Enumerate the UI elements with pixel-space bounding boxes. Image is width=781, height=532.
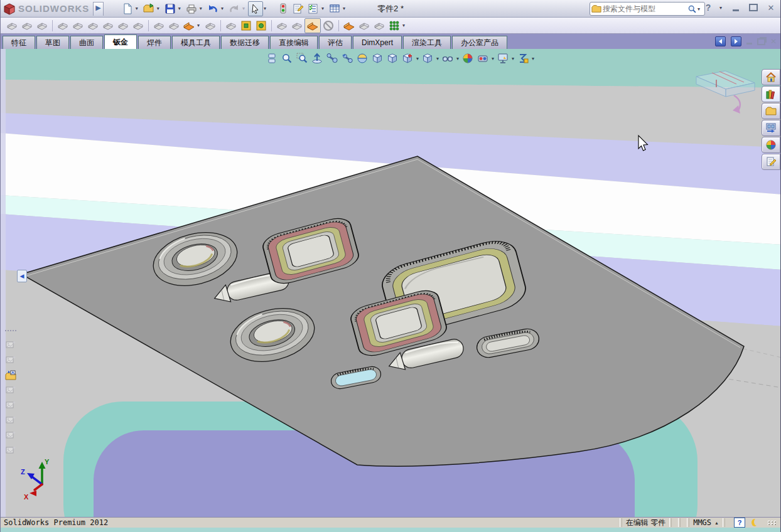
status-bar: SolidWorks Premium 2012 在编辑 零件 MMGS ▲ ? xyxy=(1,517,780,532)
dock-right-icon[interactable] xyxy=(731,36,741,46)
hide-show-items-icon[interactable] xyxy=(440,51,455,65)
mdi-close-button[interactable]: ✕ xyxy=(770,37,777,46)
vent-circular-icon[interactable] xyxy=(254,19,269,33)
select-caret[interactable]: ▾ xyxy=(264,6,266,11)
minimize-button[interactable] xyxy=(729,1,743,14)
units-caret[interactable]: ▲ xyxy=(714,521,719,525)
search-input[interactable] xyxy=(601,4,687,14)
close-button[interactable]: ✕ xyxy=(764,1,778,14)
print-icon[interactable] xyxy=(184,1,199,16)
corner-caret[interactable]: ▾ xyxy=(197,23,200,28)
save-caret[interactable]: ▾ xyxy=(178,6,181,11)
cross-break-icon xyxy=(131,19,146,33)
tab-sketch[interactable]: 草图 xyxy=(36,36,69,49)
vent-icon[interactable] xyxy=(239,19,254,33)
tab-evaluate[interactable]: 评估 xyxy=(319,36,352,49)
zoom-fit-icon[interactable] xyxy=(279,51,294,65)
restore-view-icon[interactable] xyxy=(340,51,355,65)
tab-features[interactable]: 特征 xyxy=(3,36,35,49)
options-caret[interactable]: ▾ xyxy=(321,6,324,11)
sketched-bend-icon xyxy=(116,19,131,33)
display-style-icon[interactable] xyxy=(385,51,400,65)
table-icon[interactable] xyxy=(327,1,342,16)
rip-icon[interactable] xyxy=(342,19,357,33)
mdi-restore-button[interactable] xyxy=(757,38,765,45)
open-icon[interactable] xyxy=(141,1,156,16)
design-library-open-icon[interactable] xyxy=(3,368,18,383)
solidworks-window: SOLIDWORKS ▶ ▾ ▾ ▾ ▾ ▾ ▾ ▾ ▾ ▾ 零件2 * ▾ ?… xyxy=(0,0,781,532)
tab-render-tools[interactable]: 渲染工具 xyxy=(403,36,451,49)
toolbar-drag-handle[interactable] xyxy=(5,330,16,335)
tab-sheetmetal[interactable]: 钣金 xyxy=(104,35,137,49)
edit-appearance-icon[interactable] xyxy=(475,51,490,65)
pattern-caret[interactable]: ▾ xyxy=(402,23,405,28)
left-mini-toolbar xyxy=(3,330,19,458)
tab-office-products[interactable]: 办公室产品 xyxy=(452,36,507,49)
quick-tips-icon[interactable] xyxy=(751,519,758,526)
view-settings-caret[interactable]: ▾ xyxy=(512,56,514,61)
instant3d-caret[interactable]: ▾ xyxy=(532,56,534,61)
new-caret[interactable]: ▾ xyxy=(136,6,138,11)
design-library-icon[interactable] xyxy=(762,86,780,102)
search-caret[interactable]: ▾ xyxy=(698,6,700,12)
add-view-caret[interactable]: ▾ xyxy=(416,56,419,61)
instant3d-icon[interactable] xyxy=(515,51,531,65)
search-icon[interactable] xyxy=(687,4,697,14)
new-icon[interactable] xyxy=(120,1,135,16)
view-cube-caret[interactable]: ▾ xyxy=(436,56,439,61)
help-caret[interactable]: ▾ xyxy=(719,5,722,11)
unit-system-selector[interactable]: MMGS xyxy=(693,518,711,527)
status-help-icon[interactable]: ? xyxy=(734,518,745,528)
task-pane-tabs xyxy=(762,69,780,170)
save-icon[interactable] xyxy=(163,1,178,16)
appearance-caret[interactable]: ▾ xyxy=(492,56,494,61)
jog-icon xyxy=(100,19,116,33)
add-view-icon[interactable] xyxy=(400,51,415,65)
tab-data-migration[interactable]: 数据迁移 xyxy=(221,36,269,49)
tab-dimxpert[interactable]: DimXpert xyxy=(353,36,402,49)
appearances-scenes-icon[interactable] xyxy=(762,137,780,153)
graphics-area[interactable]: Y Z X ▾ ▾ ▾ ▾ ▾ ▾ ◀ xyxy=(1,49,781,517)
edge-flange-icon xyxy=(55,19,70,33)
mdi-minimize-button[interactable] xyxy=(746,38,752,45)
linear-pattern-icon[interactable] xyxy=(387,19,402,33)
table-caret[interactable]: ▾ xyxy=(343,6,345,11)
tab-surfaces[interactable]: 曲面 xyxy=(70,36,103,49)
file-explorer-icon[interactable] xyxy=(762,103,780,119)
select-icon[interactable] xyxy=(248,1,263,16)
tab-weldments[interactable]: 焊件 xyxy=(138,36,171,49)
file-properties-icon[interactable] xyxy=(291,1,306,16)
view-orientation-icon[interactable] xyxy=(370,51,385,65)
print-caret[interactable]: ▾ xyxy=(200,6,202,11)
featuremanager-collapse-arrow[interactable]: ◀ xyxy=(17,270,27,282)
options-icon[interactable] xyxy=(306,1,321,16)
tab-direct-editing[interactable]: 直接编辑 xyxy=(270,36,318,49)
solidworks-resources-icon[interactable] xyxy=(762,69,780,85)
tab-mold-tools[interactable]: 模具工具 xyxy=(172,36,220,49)
resize-grip[interactable] xyxy=(768,521,777,525)
rebuild-icon[interactable] xyxy=(276,1,291,16)
undo-icon[interactable] xyxy=(205,1,220,16)
dock-left-icon[interactable] xyxy=(715,36,726,46)
view-palette-icon[interactable] xyxy=(762,120,780,136)
previous-view-icon[interactable] xyxy=(325,51,340,65)
search-box[interactable]: ▾ xyxy=(590,2,705,16)
zoom-area-icon[interactable] xyxy=(294,51,310,65)
view-cube-icon[interactable] xyxy=(420,51,435,65)
normal-to-icon[interactable] xyxy=(310,51,325,65)
break-corner-icon[interactable] xyxy=(181,19,197,33)
section-view-icon[interactable] xyxy=(355,51,370,65)
undo-caret[interactable]: ▾ xyxy=(221,6,224,11)
hide-show-caret[interactable]: ▾ xyxy=(456,56,459,61)
menu-expand-arrow[interactable]: ▶ xyxy=(93,2,103,16)
restore-button[interactable] xyxy=(746,1,760,14)
custom-properties-icon[interactable] xyxy=(762,154,780,170)
help-button[interactable]: ? xyxy=(701,1,715,14)
layers-icon[interactable] xyxy=(264,51,279,65)
edit-mode-text: 在编辑 零件 xyxy=(626,518,665,528)
apply-scene-icon[interactable] xyxy=(460,51,475,65)
stamp-icon xyxy=(3,428,18,443)
flatten-icon[interactable] xyxy=(304,18,321,33)
open-caret[interactable]: ▾ xyxy=(157,6,159,11)
view-settings-icon[interactable] xyxy=(495,51,510,65)
